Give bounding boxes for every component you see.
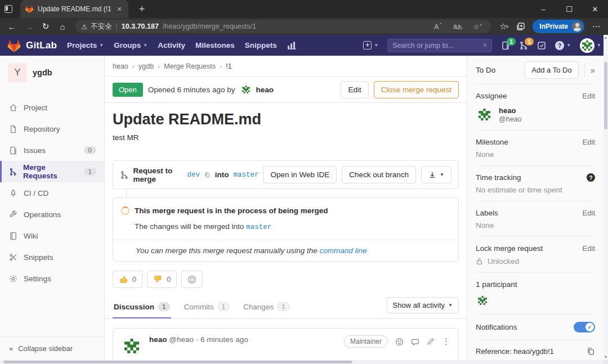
back-button[interactable]: ← [5,20,19,33]
help-menu-button[interactable]: ?▼ [555,41,571,50]
gitlab-brand[interactable]: GitLab [7,38,57,53]
vertical-scrollbar[interactable]: ▲ ▼ [603,35,608,360]
new-tab-button[interactable]: + [135,3,149,15]
nav-milestones[interactable]: Milestones [195,41,235,50]
sidebar-item-operations[interactable]: Operations [0,204,104,225]
favorite-star-icon[interactable]: ☆+ [470,23,485,31]
source-branch-link[interactable]: dev [187,171,200,179]
forward-button[interactable]: → [21,20,36,33]
changes-count-badge: 1 [277,302,289,311]
lock-edit-button[interactable]: Edit [583,244,595,253]
breadcrumb-section[interactable]: Merge Requests [164,62,216,70]
favorites-bar-icon[interactable]: ☆≡ [497,20,511,33]
assignee-edit-button[interactable]: Edit [583,92,595,100]
participant-avatar[interactable] [476,294,489,307]
command-line-link[interactable]: command line [319,246,366,255]
edit-comment-icon[interactable] [427,338,435,345]
sidebar-item-settings[interactable]: Settings [0,268,104,289]
time-tracking-section: Time tracking ? No estimate or time spen… [476,165,595,201]
tab-close-icon[interactable]: × [115,5,124,14]
sidebar-item-cicd[interactable]: CI / CD [0,182,104,204]
collapse-right-sidebar-icon[interactable]: » [584,64,595,77]
browser-menu-icon[interactable]: ⋯ [589,20,603,33]
read-aloud-icon[interactable]: A⌃ [431,23,446,31]
navbar-issues-button[interactable]: 1 [501,41,510,50]
tab-discussion[interactable]: Discussion 1 [113,295,171,318]
sidebar-item-repository[interactable]: Repository [0,118,104,140]
browser-tab[interactable]: Update README.md (!1) · Merge × [20,0,128,18]
window-close-button[interactable]: ✕ [582,0,608,18]
home-button[interactable]: ⌂ [55,20,70,33]
comment-author-name[interactable]: heao [149,335,167,344]
add-todo-button[interactable]: Add a To Do [525,61,578,79]
project-header[interactable]: Y ygdb [0,56,104,89]
sidebar-item-snippets[interactable]: Snippets [0,246,104,268]
breadcrumb-project[interactable]: ygdb [138,62,154,70]
vertical-scroll-thumb[interactable] [604,62,607,129]
sidebar-item-project[interactable]: Project [0,97,104,118]
author-chip[interactable]: heao [240,83,274,96]
copy-branch-icon[interactable] [204,171,211,179]
time-tracking-value: No estimate or time spent [476,186,595,194]
nav-projects[interactable]: Projects▼ [67,41,104,50]
thumbs-down-button[interactable]: 0 [147,271,177,288]
copy-reference-icon[interactable] [587,347,595,356]
horizontal-scrollbar[interactable] [0,360,603,364]
target-branch-link[interactable]: master [246,223,271,231]
time-tracking-help-icon[interactable]: ? [587,173,595,182]
navbar-todos-button[interactable] [537,41,546,50]
not-secure-warning[interactable]: ⚠ 不安全 [81,22,112,32]
profile-avatar-icon [572,21,582,32]
window-maximize-button[interactable]: ☐ [556,0,582,18]
global-search[interactable] [387,39,492,52]
home-icon [9,104,17,112]
address-bar[interactable]: ⚠ 不安全 | 10.3.70.187/heao/ygdb/merge_requ… [75,20,491,33]
scroll-down-arrow[interactable]: ▼ [603,354,608,360]
collections-icon[interactable] [513,20,528,33]
target-branch-link[interactable]: master [233,171,258,179]
tab-actions-menu-icon[interactable] [0,0,17,18]
add-reaction-icon[interactable] [395,338,404,346]
nav-activity[interactable]: Activity [158,41,185,50]
checkout-branch-button[interactable]: Check out branch [342,166,416,183]
breadcrumb-group[interactable]: heao [113,62,128,70]
translate-icon[interactable]: aあ [450,23,466,31]
window-minimize-button[interactable]: – [530,0,556,18]
sidebar-item-merge-requests[interactable]: Merge Requests 1 [0,161,104,182]
activity-filter-dropdown[interactable]: Show all activity ▼ [387,297,459,313]
nav-groups[interactable]: Groups▼ [114,41,147,50]
milestone-edit-button[interactable]: Edit [583,138,595,146]
horizontal-scroll-thumb[interactable] [3,361,352,363]
thumbs-up-button[interactable]: 0 [113,271,142,288]
sidebar-item-wiki[interactable]: Wiki [0,225,104,246]
user-menu-button[interactable]: ▼ [580,38,601,53]
edit-button[interactable]: Edit [341,81,368,98]
rocket-icon [9,189,17,197]
url-divider: | [116,23,118,30]
nav-snippets[interactable]: Snippets [245,41,277,50]
author-avatar [240,83,252,96]
new-menu-button[interactable]: +▼ [363,41,378,50]
notifications-toggle[interactable]: ✓ [574,322,595,332]
todo-label: To Do [476,66,519,74]
scroll-up-arrow[interactable]: ▲ [603,35,608,41]
role-badge: Maintainer [344,335,388,348]
inprivate-badge[interactable]: InPrivate [533,20,584,33]
collapse-sidebar-button[interactable]: « Collapse sidebar [0,336,104,360]
search-input[interactable] [392,42,483,50]
more-actions-icon[interactable]: ⋮ [442,336,450,347]
nav-chart-icon[interactable] [287,41,297,50]
assignee-user[interactable]: heao @heao [476,106,595,123]
open-web-ide-button[interactable]: Open in Web IDE [263,166,337,183]
download-dropdown-button[interactable]: ▼ [421,166,451,183]
sidebar-item-issues[interactable]: Issues 0 [0,140,104,161]
add-emoji-button[interactable] [181,271,203,288]
close-merge-request-button[interactable]: Close merge request [374,81,459,98]
tab-commits[interactable]: Commits 1 [182,295,231,318]
todo-check-icon [537,41,546,50]
tab-changes[interactable]: Changes 1 [242,295,290,318]
refresh-button[interactable]: ↻ [38,20,53,33]
labels-edit-button[interactable]: Edit [583,209,595,217]
reply-comment-icon[interactable] [411,338,419,346]
navbar-merge-requests-button[interactable]: 1 [519,41,528,50]
